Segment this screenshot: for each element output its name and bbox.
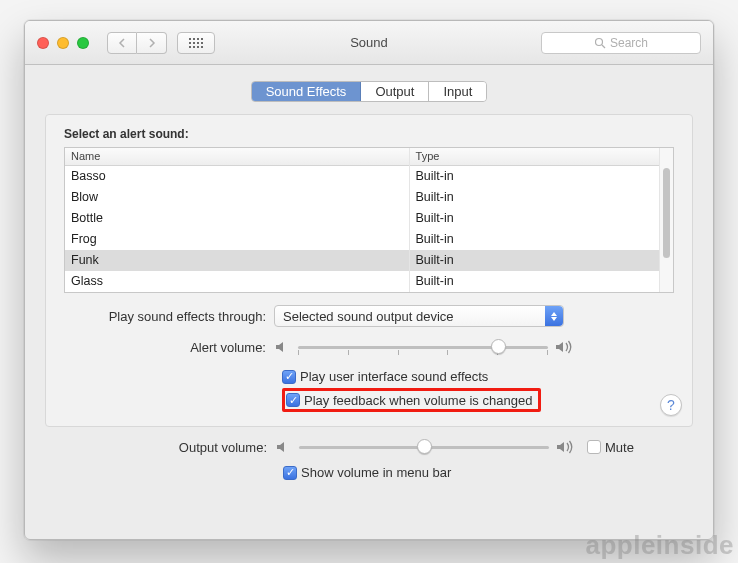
scroll-thumb[interactable] <box>663 168 670 258</box>
tab-sound-effects[interactable]: Sound Effects <box>252 82 362 101</box>
forward-button[interactable] <box>137 32 167 54</box>
alert-volume-label: Alert volume: <box>64 340 274 355</box>
alert-volume-slider[interactable] <box>298 337 548 357</box>
speaker-low-icon <box>275 439 293 455</box>
alert-sound-label: Select an alert sound: <box>64 127 674 141</box>
table-row[interactable]: Glass <box>65 271 409 292</box>
mute-label: Mute <box>605 440 634 455</box>
alert-sound-table[interactable]: Name Basso Blow Bottle Frog Funk Glass <box>64 147 674 293</box>
sound-effects-panel: Select an alert sound: Name Basso Blow B… <box>45 114 693 427</box>
ui-sounds-label: Play user interface sound effects <box>300 369 488 384</box>
zoom-button[interactable] <box>77 37 89 49</box>
table-cell: Built-in <box>410 229 659 250</box>
checkbox-checked-icon: ✓ <box>283 466 297 480</box>
feedback-checkbox-row[interactable]: Play feedback when volume is changed <box>304 393 532 408</box>
back-button[interactable] <box>107 32 137 54</box>
tab-input[interactable]: Input <box>429 82 486 101</box>
table-cell: Built-in <box>410 250 659 271</box>
speaker-high-icon <box>555 439 577 455</box>
menubar-label: Show volume in menu bar <box>301 465 451 480</box>
speaker-high-icon <box>554 339 576 355</box>
table-cell: Built-in <box>410 187 659 208</box>
checkbox-checked-icon: ✓ <box>286 393 300 407</box>
ui-sounds-checkbox-row[interactable]: ✓ Play user interface sound effects <box>282 367 674 386</box>
table-row[interactable]: Basso <box>65 166 409 187</box>
table-row[interactable]: Funk <box>65 250 409 271</box>
table-cell: Built-in <box>410 166 659 187</box>
output-volume-label: Output volume: <box>65 440 275 455</box>
play-through-label: Play sound effects through: <box>64 309 274 324</box>
highlight-annotation: ✓ Play feedback when volume is changed <box>282 388 541 412</box>
feedback-label: Play feedback when volume is changed <box>304 393 532 408</box>
scrollbar[interactable] <box>659 148 673 292</box>
table-cell: Built-in <box>410 208 659 229</box>
speaker-low-icon <box>274 339 292 355</box>
grid-icon <box>189 38 203 48</box>
help-button[interactable]: ? <box>660 394 682 416</box>
titlebar: Sound Search <box>25 21 713 65</box>
minimize-button[interactable] <box>57 37 69 49</box>
window-body: Sound Effects Output Input Select an ale… <box>25 65 713 492</box>
search-icon <box>594 37 606 49</box>
play-through-value: Selected sound output device <box>283 309 454 324</box>
preferences-window: Sound Search Sound Effects Output Input … <box>24 20 714 540</box>
table-cell: Built-in <box>410 271 659 292</box>
nav-back-forward <box>107 32 167 54</box>
output-volume-slider[interactable] <box>299 437 549 457</box>
tab-bar: Sound Effects Output Input <box>45 81 693 102</box>
slider-knob[interactable] <box>417 439 432 454</box>
menubar-checkbox-row[interactable]: ✓ Show volume in menu bar <box>283 463 673 482</box>
play-through-select[interactable]: Selected sound output device <box>274 305 564 327</box>
search-field[interactable]: Search <box>541 32 701 54</box>
traffic-lights <box>37 37 89 49</box>
checkbox-checked-icon: ✓ <box>282 370 296 384</box>
show-all-button[interactable] <box>177 32 215 54</box>
column-header-type[interactable]: Type <box>410 148 659 166</box>
search-placeholder: Search <box>610 36 648 50</box>
table-row[interactable]: Bottle <box>65 208 409 229</box>
table-row[interactable]: Blow <box>65 187 409 208</box>
svg-line-1 <box>602 45 605 48</box>
column-header-name[interactable]: Name <box>65 148 409 166</box>
chevron-left-icon <box>118 38 126 48</box>
tab-output[interactable]: Output <box>361 82 429 101</box>
chevron-right-icon <box>148 38 156 48</box>
select-arrows-icon <box>545 306 563 326</box>
table-row[interactable]: Frog <box>65 229 409 250</box>
close-button[interactable] <box>37 37 49 49</box>
svg-point-0 <box>595 38 602 45</box>
mute-checkbox[interactable] <box>587 440 601 454</box>
slider-knob[interactable] <box>491 339 506 354</box>
